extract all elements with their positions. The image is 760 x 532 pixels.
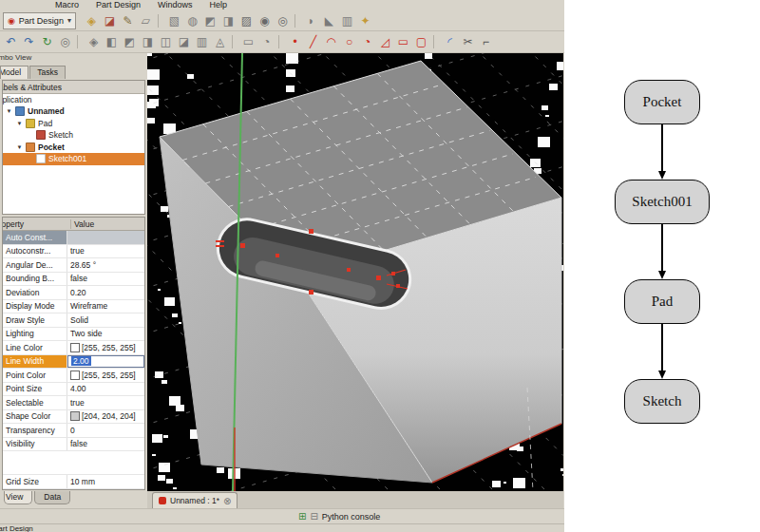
- separator: [278, 35, 283, 48]
- clip-plane-icon[interactable]: ◔: [258, 34, 275, 50]
- Visibility[interactable]: Visibility false: [3, 438, 144, 452]
- rear-view-icon[interactable]: ◫: [158, 34, 174, 50]
- right-view-icon[interactable]: ◨: [140, 34, 156, 50]
- tab-data[interactable]: Data: [34, 491, 70, 504]
- sketch-circle-icon[interactable]: ○: [341, 34, 357, 50]
- Line Width[interactable]: Line Width 2.00: [3, 355, 144, 370]
- fit-all-icon[interactable]: ◎: [57, 34, 73, 50]
- 3d-viewport[interactable]: [147, 53, 563, 491]
- document-tab[interactable]: Unnamed : 1* ⊗: [152, 492, 238, 508]
- document-icon: [159, 497, 166, 504]
- workbench-selector[interactable]: ◉ Part Design ▾: [3, 12, 76, 29]
- refresh-icon[interactable]: ↻: [39, 34, 55, 50]
- isometric-view-icon[interactable]: ◈: [86, 34, 102, 50]
- Display Mode[interactable]: Display Mode Wireframe: [3, 300, 144, 314]
- Bounding B...[interactable]: Bounding B... false: [3, 273, 144, 287]
- tree-item-sketch[interactable]: Sketch: [3, 129, 144, 142]
- 3d-scene[interactable]: [147, 53, 563, 491]
- Shape Color[interactable]: Shape Color [204, 204, 204]: [3, 410, 144, 425]
- tree-root-application[interactable]: Application: [3, 94, 144, 105]
- Autoconstr...[interactable]: Autoconstr... true: [3, 245, 144, 259]
- sketch-extend-icon[interactable]: ⌐: [478, 34, 494, 50]
- Line Color[interactable]: Line Color [255, 255, 255]: [3, 341, 144, 355]
- sketch-point-icon[interactable]: •: [287, 34, 303, 50]
- top-view-icon[interactable]: ◩: [122, 34, 138, 50]
- model-tree: Labels & Attributes Application ▼ Unname…: [2, 80, 145, 215]
- combo-view-panel: Combo View Model Tasks Labels & Attribut…: [0, 53, 147, 508]
- create-body-icon[interactable]: ◈: [84, 12, 100, 28]
- sketch-trim-icon[interactable]: ✂: [460, 34, 476, 50]
- tree-item-unnamed[interactable]: ▼ Unnamed: [3, 105, 144, 118]
- menu-part-design[interactable]: Part Design: [96, 0, 141, 10]
- panel-toggle-icon[interactable]: ⊞: [298, 511, 306, 522]
- tree-item-sketch001[interactable]: Sketch001: [3, 153, 144, 165]
- apply-pattern-icon[interactable]: ✦: [357, 12, 373, 28]
- document-tab-bar: Unnamed : 1* ⊗: [147, 491, 563, 508]
- Selectable[interactable]: Selectable true: [3, 396, 144, 410]
- dependency-graph-panel: Pocket Sketch001 Pad Sketch: [564, 0, 760, 532]
- property-editor: Property Value Auto Const... Autoconstr.: [2, 217, 145, 490]
- graph-arrow: [658, 324, 666, 379]
- sketch-fillet-icon[interactable]: ◜: [442, 34, 458, 50]
- expander-icon[interactable]: ▼: [6, 108, 12, 114]
- menu-help[interactable]: Help: [210, 0, 228, 10]
- sketch-line-icon[interactable]: ╱: [305, 34, 321, 50]
- expander-icon[interactable]: ▼: [16, 144, 23, 150]
- Point Color[interactable]: Point Color [255, 255, 255]: [3, 369, 144, 383]
- Deviation[interactable]: Deviation 0.20: [3, 286, 144, 300]
- toolbar-main-icons: ◈ ◪ ✎ ▱ ▧ ◍ ◩ ◨ ▨ ◉ ◎: [84, 12, 373, 28]
- Angular De...[interactable]: Angular De... 28.65 °: [3, 258, 144, 273]
- sketch-rectangle-icon[interactable]: ▭: [395, 34, 411, 50]
- graph-node-pocket: Pocket: [624, 80, 700, 124]
- Auto Const...[interactable]: Auto Const...: [3, 231, 144, 245]
- expander-icon[interactable]: ▼: [16, 121, 23, 126]
- Transparency[interactable]: Transparency 0: [3, 424, 144, 438]
- undo-icon[interactable]: ↶: [3, 34, 19, 50]
- sketch-conic-icon[interactable]: ◔: [359, 34, 375, 50]
- Grid Size[interactable]: Grid Size 10 mm: [3, 474, 144, 489]
- left-view-icon[interactable]: ▥: [194, 34, 210, 50]
- Draw Style[interactable]: Draw Style Solid: [3, 314, 144, 328]
- close-icon[interactable]: ⊗: [223, 496, 231, 506]
- sketch-polyline-icon[interactable]: ◿: [377, 34, 393, 50]
- sketch-slot-icon[interactable]: ▢: [413, 34, 429, 50]
- fillet-icon[interactable]: ◗: [303, 12, 319, 28]
- tree-item-pad[interactable]: ▼ Pad: [3, 118, 144, 130]
- color-swatch: [70, 411, 80, 421]
- Point Size[interactable]: Point Size 4.00: [3, 383, 144, 397]
- revolution-icon[interactable]: ◍: [184, 12, 200, 28]
- menu-macro[interactable]: Macro: [55, 0, 79, 10]
- tree-item-icon: [26, 119, 35, 128]
- front-view-icon[interactable]: ◧: [104, 34, 120, 50]
- additive-loft-icon[interactable]: ◩: [202, 12, 218, 28]
- workbench-icon: ◉: [8, 16, 15, 26]
- workbench-selector-label: Part Design: [19, 16, 64, 26]
- hole-icon[interactable]: ◉: [256, 12, 273, 28]
- menu-windows[interactable]: Windows: [158, 0, 193, 10]
- Lighting[interactable]: Lighting Two side: [3, 328, 144, 342]
- create-sketch-icon[interactable]: ◪: [102, 12, 118, 28]
- tab-view[interactable]: View: [4, 491, 32, 504]
- chamfer-icon[interactable]: ◣: [321, 12, 337, 28]
- status-bar-text: Part Design: [0, 524, 33, 532]
- tree-item-pocket[interactable]: ▼ Pocket: [3, 142, 144, 154]
- sketch-arc-icon[interactable]: ◠: [323, 34, 339, 50]
- linear-pattern-icon[interactable]: ▥: [339, 12, 355, 28]
- tab-model[interactable]: Model: [0, 66, 28, 79]
- axonometric-icon[interactable]: ◬: [212, 34, 228, 50]
- groove-icon[interactable]: ◎: [275, 12, 291, 28]
- tree-item-icon: [15, 106, 25, 116]
- map-sketch-icon[interactable]: ▱: [138, 12, 154, 28]
- tree-items: ▼ Unnamed ▼ Pad Sketch: [3, 105, 144, 165]
- edit-sketch-icon[interactable]: ✎: [120, 12, 136, 28]
- measure-icon[interactable]: ▭: [240, 34, 256, 50]
- pad-icon[interactable]: ▧: [166, 12, 182, 28]
- additive-pipe-icon[interactable]: ◨: [220, 12, 237, 28]
- redo-icon[interactable]: ↷: [21, 34, 37, 50]
- pocket-icon[interactable]: ▨: [238, 12, 255, 28]
- tab-tasks[interactable]: Tasks: [29, 66, 66, 79]
- property-rows: Auto Const... Autoconstr... true: [3, 231, 144, 489]
- panel-minimize-icon[interactable]: ⊟: [310, 511, 317, 522]
- bottom-view-icon[interactable]: ◪: [176, 34, 192, 50]
- tree-item-icon: [36, 154, 46, 163]
